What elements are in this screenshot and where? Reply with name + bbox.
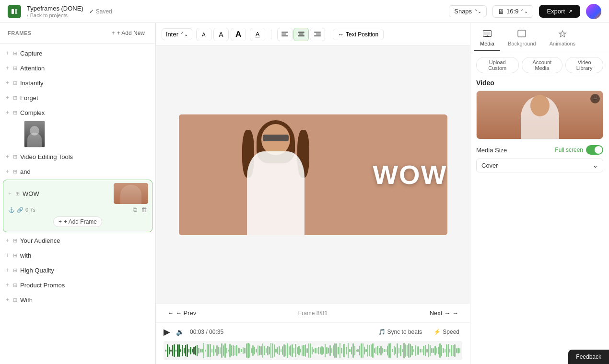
- tab-media[interactable]: Media: [474, 27, 500, 51]
- delete-icon[interactable]: 🗑: [141, 206, 147, 214]
- frame-item-with[interactable]: + ⊞ with: [3, 248, 152, 262]
- font-size-large-button[interactable]: A: [231, 28, 246, 41]
- media-source-buttons: Upload Custom Account Media Video Librar…: [476, 57, 603, 73]
- frame-add-icon[interactable]: +: [7, 189, 12, 198]
- play-button[interactable]: ▶: [164, 327, 170, 337]
- next-frame-button[interactable]: Next → →: [426, 307, 462, 318]
- back-link[interactable]: Back to projects: [27, 12, 83, 18]
- frame-layout-icon: ⊞: [12, 64, 18, 72]
- font-family-selector[interactable]: Inter ⌃⌄: [162, 28, 192, 40]
- link-icon: 🔗: [17, 207, 23, 213]
- snaps-selector[interactable]: Snaps ⌃⌄: [449, 5, 487, 17]
- feedback-button[interactable]: Feedback: [568, 350, 609, 364]
- frame-add-icon[interactable]: +: [5, 266, 10, 274]
- frame-add-icon[interactable]: +: [5, 108, 10, 117]
- speed-icon: ⚡: [433, 329, 441, 335]
- video-library-button[interactable]: Video Library: [565, 57, 603, 73]
- upload-custom-button[interactable]: Upload Custom: [476, 57, 519, 73]
- frame-add-icon[interactable]: +: [5, 64, 10, 72]
- fullscreen-toggle-switch[interactable]: [586, 145, 603, 155]
- prev-frame-button[interactable]: ← ← Prev: [164, 307, 200, 318]
- frame-add-icon[interactable]: +: [5, 281, 10, 289]
- cover-select[interactable]: Cover ⌄: [476, 159, 603, 172]
- svg-rect-0: [12, 9, 14, 14]
- frame-item-instantly[interactable]: + ⊞ Instantly: [3, 76, 152, 90]
- app-logo: [8, 5, 21, 18]
- frame-add-icon[interactable]: +: [5, 49, 10, 57]
- frame-item-capture[interactable]: + ⊞ Capture: [3, 46, 152, 60]
- frame-add-icon[interactable]: +: [5, 79, 10, 87]
- snaps-label: Snaps: [454, 8, 472, 15]
- align-center-button[interactable]: [293, 28, 309, 41]
- frame-item-high-quality[interactable]: + ⊞ High Quality: [3, 263, 152, 277]
- frame-layout-icon: ⊞: [12, 49, 18, 57]
- wow-frame-bottom: ⚓ 🔗 0.7s ⧉ 🗑: [7, 206, 148, 214]
- volume-button[interactable]: 🔉: [176, 328, 184, 336]
- frame-label-with2: With: [20, 296, 149, 304]
- frame-layout-icon: ⊞: [14, 190, 21, 198]
- frame-item-complex[interactable]: + ⊞ Complex: [3, 105, 152, 120]
- text-underline-button[interactable]: A: [250, 28, 265, 41]
- tab-background[interactable]: Background: [502, 27, 542, 51]
- frames-list: + ⊞ Capture + ⊞ Attention + ⊞ Instantly …: [0, 44, 155, 364]
- frame-item-product-promos[interactable]: + ⊞ Product Promos: [3, 278, 152, 292]
- add-frame-button[interactable]: + + Add Frame: [53, 216, 102, 227]
- preview-canvas[interactable]: WOW: [179, 114, 447, 235]
- export-icon: ↗: [568, 8, 573, 15]
- frame-counter: Frame 8/81: [298, 310, 328, 317]
- frame-item-forget[interactable]: + ⊞ Forget: [3, 91, 152, 105]
- frame-add-icon[interactable]: +: [5, 296, 10, 304]
- svg-rect-3: [281, 34, 286, 34]
- audio-waveform[interactable]: [164, 341, 462, 360]
- anchor-icon: ⚓: [8, 207, 15, 213]
- right-panel: Media Background Animations Upload Custo…: [470, 23, 609, 364]
- audio-time: 00:03 / 00:35: [190, 329, 223, 335]
- sync-beats-button[interactable]: 🎵 Sync to beats: [375, 327, 425, 337]
- font-chevron-icon: ⌃⌄: [180, 32, 188, 37]
- media-tab-label: Media: [480, 41, 494, 46]
- svg-marker-16: [559, 31, 566, 37]
- time-total: 00:35: [209, 329, 223, 335]
- frame-item-attention[interactable]: + ⊞ Attention: [3, 61, 152, 75]
- upload-label: Upload Custom: [488, 59, 506, 71]
- align-right-button[interactable]: [310, 28, 325, 41]
- account-media-button[interactable]: Account Media: [522, 57, 563, 73]
- frame-item-wow[interactable]: + ⊞ WOW ⚓ 🔗 0.7s ⧉ 🗑: [3, 180, 152, 232]
- align-left-button[interactable]: [277, 28, 293, 41]
- text-position-button[interactable]: ↔ Text Position: [333, 29, 384, 40]
- export-button[interactable]: Export ↗: [539, 5, 580, 18]
- frame-add-icon[interactable]: +: [5, 152, 10, 161]
- tab-animations[interactable]: Animations: [544, 27, 581, 51]
- wow-text: WOW: [373, 159, 447, 190]
- frame-item-with2[interactable]: + ⊞ With: [3, 293, 152, 307]
- wow-frame-row: + ⊞ WOW: [7, 183, 148, 204]
- frame-layout-icon: ⊞: [12, 296, 18, 304]
- font-size-small-button[interactable]: A: [196, 28, 211, 41]
- speed-button[interactable]: ⚡ Speed: [431, 327, 462, 337]
- frame-add-icon[interactable]: +: [5, 167, 10, 176]
- frame-layout-icon: ⊞: [12, 266, 18, 274]
- frame-layout-icon: ⊞: [12, 168, 18, 176]
- user-avatar[interactable]: [586, 4, 601, 19]
- frame-add-icon[interactable]: +: [5, 93, 10, 102]
- duplicate-icon[interactable]: ⧉: [133, 206, 137, 214]
- remove-media-button[interactable]: −: [590, 94, 600, 103]
- animations-tab-icon: [558, 30, 567, 39]
- font-family-value: Inter: [166, 31, 178, 38]
- frame-add-icon[interactable]: +: [5, 251, 10, 260]
- frame-item-and[interactable]: + ⊞ and: [3, 164, 152, 179]
- sync-icon: 🎵: [378, 329, 386, 335]
- account-media-label: Account Media: [533, 59, 552, 71]
- ratio-selector[interactable]: 🖥 16:9 ⌃⌄: [492, 5, 533, 18]
- export-label: Export: [547, 8, 565, 15]
- font-size-medium-button[interactable]: A: [213, 28, 229, 41]
- toggle-knob: [595, 146, 602, 154]
- frame-layout-icon: ⊞: [12, 79, 18, 87]
- add-new-button[interactable]: + + Add New: [109, 29, 148, 37]
- next-icon: →: [452, 309, 458, 317]
- background-tab-icon: [517, 30, 526, 39]
- frame-item-your-audience[interactable]: + ⊞ Your Audience: [3, 233, 152, 248]
- frame-item-video-editing[interactable]: + ⊞ Video Editing Tools: [3, 149, 152, 164]
- fullscreen-toggle[interactable]: Full screen: [555, 145, 603, 155]
- frame-add-icon[interactable]: +: [5, 236, 10, 245]
